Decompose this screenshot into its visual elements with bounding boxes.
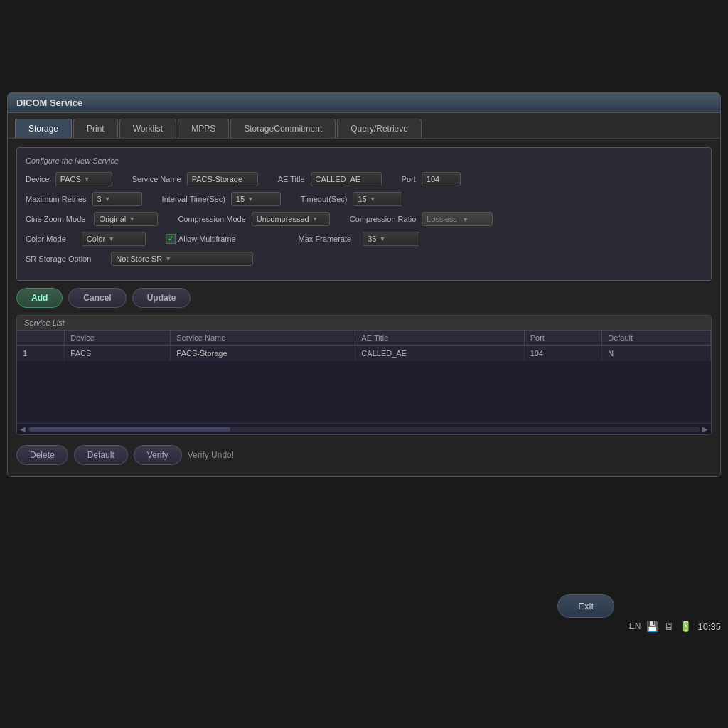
horizontal-scrollbar[interactable]: ◀ ▶ bbox=[17, 423, 711, 434]
col-device: Device bbox=[65, 331, 171, 346]
timeout-label: Timeout(Sec) bbox=[301, 195, 348, 203]
compression-ratio-label: Compression Ratio bbox=[350, 215, 417, 223]
tab-storage[interactable]: Storage bbox=[15, 119, 72, 138]
form-row-3: Cine Zoom Mode Original ▼ Compression Mo… bbox=[26, 212, 702, 226]
port-label: Port bbox=[402, 175, 416, 183]
device-dropdown[interactable]: PACS ▼ bbox=[55, 172, 112, 186]
cine-zoom-label: Cine Zoom Mode bbox=[26, 215, 85, 223]
cell-port: 104 bbox=[524, 346, 602, 362]
interval-dropdown[interactable]: 15 ▼ bbox=[231, 192, 281, 206]
service-name-label: Service Name bbox=[132, 175, 181, 183]
compression-mode-value: Uncompressed bbox=[257, 215, 309, 223]
form-row-1: Device PACS ▼ Service Name PACS-Storage … bbox=[26, 172, 702, 186]
port-input[interactable]: 104 bbox=[422, 172, 461, 186]
storage-icon: 💾 bbox=[646, 621, 658, 632]
scroll-right-icon[interactable]: ▶ bbox=[702, 425, 708, 433]
color-mode-dropdown[interactable]: Color ▼ bbox=[82, 232, 146, 246]
max-framerate-arrow-icon: ▼ bbox=[379, 235, 385, 242]
tab-storagecommitment[interactable]: StorageCommitment bbox=[230, 119, 336, 138]
cine-zoom-dropdown[interactable]: Original ▼ bbox=[94, 212, 158, 226]
max-retries-dropdown[interactable]: 3 ▼ bbox=[92, 192, 142, 206]
verify-button[interactable]: Verify bbox=[134, 445, 182, 465]
tab-mpps[interactable]: MPPS bbox=[178, 119, 229, 138]
cell-default: N bbox=[602, 346, 711, 362]
verify-undo-text: Verify Undo! bbox=[188, 450, 234, 460]
max-retries-label: Maximum Retries bbox=[26, 195, 87, 203]
sr-storage-label: SR Storage Option bbox=[26, 255, 91, 263]
compression-mode-dropdown[interactable]: Uncompressed ▼ bbox=[252, 212, 330, 226]
compression-mode-arrow-icon: ▼ bbox=[312, 215, 318, 223]
cell-num: 1 bbox=[17, 346, 65, 362]
cancel-button[interactable]: Cancel bbox=[68, 288, 126, 308]
col-num bbox=[17, 331, 65, 346]
color-mode-value: Color bbox=[87, 235, 105, 243]
service-list-panel: Service List Device Service Name AE Titl… bbox=[16, 315, 712, 435]
service-list-body: Device Service Name AE Title Port Defaul… bbox=[17, 331, 711, 423]
status-bar: EN 💾 🖥 🔋 10:35 bbox=[629, 621, 721, 632]
exit-button[interactable]: Exit bbox=[557, 594, 614, 618]
locale-indicator: EN bbox=[629, 621, 641, 631]
port-value: 104 bbox=[427, 175, 439, 183]
form-row-4: Color Mode Color ▼ ✓ Allow Multiframe Ma… bbox=[26, 232, 702, 246]
cine-zoom-arrow-icon: ▼ bbox=[129, 215, 135, 223]
device-label: Device bbox=[26, 175, 50, 183]
service-name-input[interactable]: PACS-Storage bbox=[187, 172, 258, 186]
interval-value: 15 bbox=[236, 195, 245, 203]
dicom-service-window: DICOM Service Storage Print Worklist MPP… bbox=[7, 92, 721, 477]
compression-ratio-arrow-icon: ▼ bbox=[462, 216, 469, 223]
tab-print[interactable]: Print bbox=[73, 119, 118, 138]
table-header-row: Device Service Name AE Title Port Defaul… bbox=[17, 331, 711, 346]
form-row-5: SR Storage Option Not Store SR ▼ bbox=[26, 252, 702, 266]
tab-queryretrieve[interactable]: Query/Retrieve bbox=[337, 119, 422, 138]
max-framerate-value: 35 bbox=[368, 235, 376, 243]
window-titlebar: DICOM Service bbox=[8, 93, 720, 113]
interval-label: Interval Time(Sec) bbox=[162, 195, 225, 203]
max-framerate-dropdown[interactable]: 35 ▼ bbox=[363, 232, 419, 246]
action-buttons-row: Add Cancel Update bbox=[16, 288, 712, 308]
tab-worklist[interactable]: Worklist bbox=[119, 119, 176, 138]
sr-storage-dropdown[interactable]: Not Store SR ▼ bbox=[111, 252, 253, 266]
compression-ratio-input[interactable]: Lossless ▼ bbox=[422, 212, 493, 226]
interval-arrow-icon: ▼ bbox=[247, 196, 254, 203]
color-mode-arrow-icon: ▼ bbox=[108, 235, 114, 242]
cell-device: PACS bbox=[65, 346, 171, 362]
default-button[interactable]: Default bbox=[74, 445, 128, 465]
compression-mode-label: Compression Mode bbox=[178, 215, 245, 223]
time-display: 10:35 bbox=[697, 621, 721, 632]
allow-multiframe-checkbox[interactable]: ✓ bbox=[166, 234, 176, 244]
max-retries-arrow-icon: ▼ bbox=[105, 196, 111, 203]
content-area: Configure the New Service Device PACS ▼ … bbox=[8, 139, 720, 476]
ae-title-input[interactable]: CALLED_AE bbox=[311, 172, 382, 186]
max-retries-value: 3 bbox=[97, 195, 102, 203]
col-ae-title: AE Title bbox=[355, 331, 524, 346]
delete-button[interactable]: Delete bbox=[16, 445, 68, 465]
bottom-buttons-row: Delete Default Verify Verify Undo! bbox=[16, 442, 712, 468]
ae-title-label: AE Title bbox=[278, 175, 305, 183]
update-button[interactable]: Update bbox=[132, 288, 191, 308]
service-name-value: PACS-Storage bbox=[192, 175, 242, 183]
col-port: Port bbox=[524, 331, 602, 346]
timeout-value: 15 bbox=[358, 195, 366, 203]
sr-storage-value: Not Store SR bbox=[116, 255, 162, 263]
configure-panel-title: Configure the New Service bbox=[26, 156, 702, 165]
device-arrow-icon: ▼ bbox=[84, 176, 90, 183]
scrollbar-thumb[interactable] bbox=[29, 427, 230, 432]
sr-storage-arrow-icon: ▼ bbox=[165, 255, 171, 262]
add-button[interactable]: Add bbox=[16, 288, 63, 308]
timeout-dropdown[interactable]: 15 ▼ bbox=[353, 192, 402, 206]
scroll-left-icon[interactable]: ◀ bbox=[20, 425, 26, 433]
max-framerate-label: Max Framerate bbox=[299, 235, 352, 243]
allow-multiframe-label: Allow Multiframe bbox=[178, 235, 236, 243]
battery-icon: 🔋 bbox=[680, 621, 692, 632]
col-service-name: Service Name bbox=[171, 331, 355, 346]
timeout-arrow-icon: ▼ bbox=[370, 196, 376, 203]
scrollbar-track[interactable] bbox=[28, 427, 700, 432]
configure-panel: Configure the New Service Device PACS ▼ … bbox=[16, 147, 712, 281]
compression-ratio-value: Lossless bbox=[427, 215, 457, 223]
table-row[interactable]: 1 PACS PACS-Storage CALLED_AE 104 N bbox=[17, 346, 711, 362]
service-table: Device Service Name AE Title Port Defaul… bbox=[17, 331, 711, 361]
monitor-icon: 🖥 bbox=[664, 621, 674, 632]
allow-multiframe-checkbox-area[interactable]: ✓ Allow Multiframe bbox=[166, 234, 236, 244]
col-default: Default bbox=[602, 331, 711, 346]
cell-service-name: PACS-Storage bbox=[171, 346, 355, 362]
